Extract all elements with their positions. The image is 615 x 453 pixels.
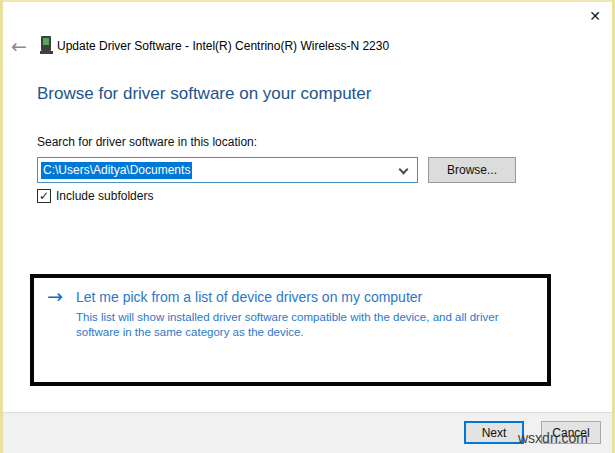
pick-drivers-description-line1: This list will show installed driver sof…: [76, 310, 498, 325]
include-subfolders-checkbox[interactable]: ✓: [37, 189, 51, 203]
update-driver-wizard-window: ✕ ← Update Driver Software - Intel(R) Ce…: [0, 0, 615, 453]
browse-button[interactable]: Browse...: [428, 157, 516, 183]
browse-button-label: Browse...: [447, 163, 497, 177]
device-icon: [40, 36, 53, 55]
device-icon-screen: [43, 38, 49, 45]
pick-drivers-option[interactable]: → Let me pick from a list of device driv…: [30, 274, 551, 386]
next-button[interactable]: Next: [464, 421, 524, 444]
back-arrow-icon: ←: [11, 35, 27, 57]
chevron-down-icon[interactable]: [399, 165, 409, 175]
arrow-right-icon: →: [47, 285, 63, 307]
back-button[interactable]: ←: [6, 33, 32, 59]
location-label: Search for driver software in this locat…: [37, 135, 257, 149]
pick-drivers-description-line2: software in the same category as the dev…: [76, 325, 498, 340]
close-icon: ✕: [589, 8, 601, 24]
pick-drivers-title[interactable]: Let me pick from a list of device driver…: [76, 289, 422, 305]
include-subfolders-label: Include subfolders: [56, 189, 153, 203]
page-border-left: [0, 0, 3, 453]
next-button-label: Next: [482, 426, 507, 440]
watermark: wsxdn.com: [518, 430, 588, 446]
check-icon: ✓: [39, 190, 49, 202]
pick-drivers-description: This list will show installed driver sof…: [76, 310, 498, 340]
window-title: Update Driver Software - Intel(R) Centri…: [57, 39, 389, 53]
location-value-selected: C:\Users\Aditya\Documents: [41, 162, 192, 179]
page-border-top: [0, 0, 615, 2]
page-heading: Browse for driver software on your compu…: [37, 84, 371, 104]
device-icon-base: [40, 51, 53, 54]
close-button[interactable]: ✕: [583, 4, 607, 28]
location-combobox[interactable]: C:\Users\Aditya\Documents: [37, 157, 418, 183]
